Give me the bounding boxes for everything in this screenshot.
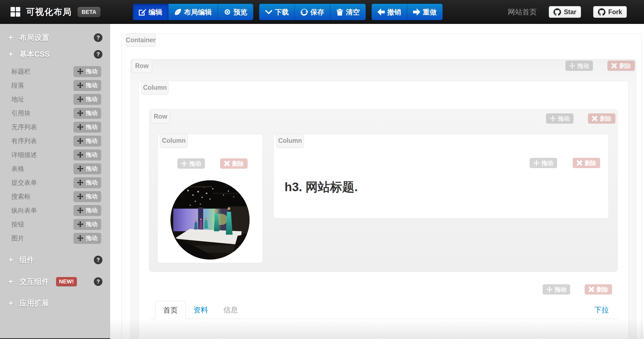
edit-button[interactable]: 编辑 [133,4,168,20]
section-label: 应用扩展 [19,298,49,308]
drag-label: 拖动 [86,95,97,103]
sidebar-item-heading-bar: 标题栏 拖动 [0,64,110,78]
sidebar-item-image: 图片 拖动 [0,231,110,245]
sidebar-item-paragraph: 段落 拖动 [0,78,110,92]
tab-home[interactable]: 首页 [155,301,186,319]
x-icon [592,116,598,121]
column-delete-button[interactable]: 删除 [585,284,612,295]
drag-handle-button[interactable]: 拖动 [74,136,101,146]
item-label: 引用块 [11,109,74,118]
delete-label: 删除 [232,160,244,168]
download-button-label: 下载 [275,8,289,17]
refresh-icon [301,8,308,16]
drag-handle-button[interactable]: 拖动 [74,122,101,132]
drag-handle-button[interactable]: 拖动 [74,219,101,230]
drag-label: 拖动 [542,159,553,167]
sidebar-item-ordered-list: 有序列表 拖动 [0,134,110,148]
chevron-down-icon [265,8,272,16]
drag-label: 拖动 [86,206,97,214]
column-drag-button[interactable]: 拖动 [530,158,557,168]
item-label: 无序列表 [11,123,74,131]
sidebar-item-table: 表格 拖动 [0,162,110,176]
help-icon[interactable]: ? [94,277,102,286]
drag-handle-button[interactable]: 拖动 [74,205,101,216]
help-icon[interactable]: ? [94,50,102,59]
outer-row-block-tab[interactable]: Row [132,59,152,73]
item-label: 标题栏 [11,67,74,76]
github-star-label: Star [564,8,576,16]
column-delete-button[interactable]: 删除 [220,158,248,169]
drag-handle-button[interactable]: 拖动 [74,108,101,118]
item-label: 有序列表 [11,137,74,145]
save-button[interactable]: 保存 [295,4,330,20]
sidebar-section-app-extensions[interactable]: + 应用扩展 [0,297,110,310]
x-icon [588,286,594,292]
drag-handle-button[interactable]: 拖动 [74,94,101,104]
undo-button[interactable]: 撤销 [371,4,407,20]
move-icon [77,68,83,74]
layout-edit-button-label: 布局编辑 [184,8,212,17]
clear-button-label: 清空 [346,8,360,17]
item-label: 表格 [11,164,74,173]
move-icon [181,161,187,166]
drag-label: 拖动 [86,81,97,89]
drag-handle-button[interactable]: 拖动 [74,66,101,77]
heading-column-block-tab[interactable]: Column [276,134,304,148]
plus-icon: + [8,33,13,42]
top-navbar: 可视化布局 BETA 编辑 布局编辑 预览 下载 保 [0,0,644,24]
app-title: 可视化布局 [26,6,72,18]
item-label: 详细描述 [11,151,74,159]
outer-column-block-tab[interactable]: Column [141,81,168,94]
drag-handle-button[interactable]: 拖动 [74,149,101,160]
drag-handle-button[interactable]: 拖动 [74,233,101,243]
delete-label: 删除 [619,62,631,70]
sidebar-item-vertical-form: 纵向表单 拖动 [0,203,110,217]
toolbar-button-groups: 编辑 布局编辑 预览 下载 保存 清空 [133,4,443,20]
github-fork-button[interactable]: Fork [593,6,627,18]
trash-icon [336,8,343,16]
row-drag-button[interactable]: 拖动 [565,61,593,71]
beta-badge: BETA [77,7,100,17]
sidebar-section-interactive-components[interactable]: + 交互组件 NEW! ? [0,275,110,288]
clear-button[interactable]: 清空 [330,4,366,20]
help-icon[interactable]: ? [94,256,102,264]
move-icon [534,160,539,166]
move-icon [77,207,83,213]
delete-label: 删除 [600,115,612,123]
redo-button[interactable]: 重做 [407,4,443,20]
drag-handle-button[interactable]: 拖动 [74,191,101,202]
drag-handle-button[interactable]: 拖动 [74,177,101,188]
download-button[interactable]: 下载 [259,4,295,20]
inner-row-block-tab[interactable]: Row [151,109,170,124]
image-column-block-tab[interactable]: Column [160,134,188,148]
navbar-right-cluster: 网站首页 Star Fork [508,0,627,24]
drag-handle-button[interactable]: 拖动 [74,163,101,174]
column-delete-button[interactable]: 删除 [573,158,600,168]
sidebar-section-components[interactable]: + 组件 ? [0,253,110,266]
drag-handle-button[interactable]: 拖动 [74,80,101,91]
arrow-right-icon [413,8,420,16]
tab-dropdown-link[interactable]: 下拉 [594,305,609,315]
tab-profile[interactable]: 资料 [186,301,216,319]
help-icon[interactable]: ? [94,33,102,42]
row-drag-button[interactable]: 拖动 [546,113,573,124]
container-block-tab[interactable]: Container [126,33,156,47]
move-icon [550,116,556,121]
eye-icon [224,8,231,16]
tab-info[interactable]: 信息 [216,301,246,319]
site-home-link[interactable]: 网站首页 [508,7,537,17]
column-drag-button[interactable]: 拖动 [177,158,205,169]
github-star-button[interactable]: Star [549,6,581,18]
preview-button[interactable]: 预览 [218,4,253,20]
layout-edit-button[interactable]: 布局编辑 [168,4,218,20]
sidebar-section-basic-css[interactable]: + 基本CSS ? [0,48,110,61]
sidebar-section-layout-settings[interactable]: + 布局设置 ? [0,31,110,44]
outer-row-actions: 拖动 删除 [565,61,635,71]
row-delete-button[interactable]: 删除 [607,61,635,71]
drag-label: 拖动 [577,62,589,70]
column-drag-button[interactable]: 拖动 [543,284,570,295]
fashion-show-runway-image [170,180,250,260]
move-icon [77,82,83,88]
toolbar-group-history: 撤销 重做 [371,4,443,20]
row-delete-button[interactable]: 删除 [588,113,615,124]
